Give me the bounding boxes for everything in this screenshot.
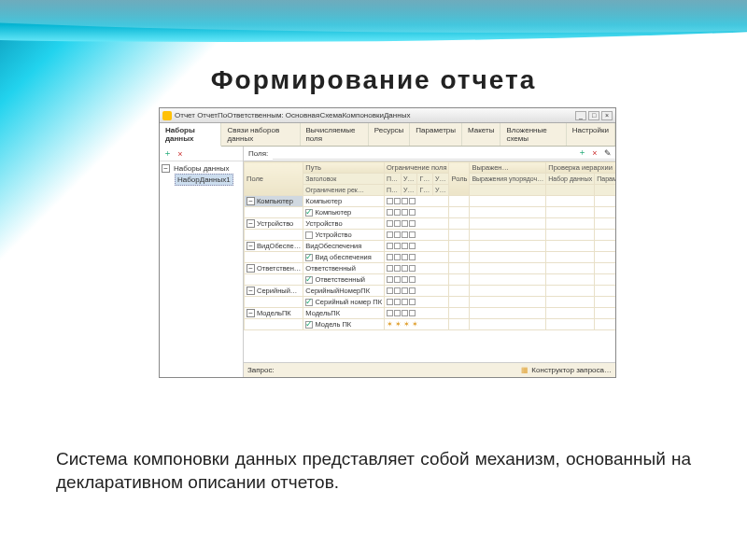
column-header[interactable]: У… xyxy=(433,174,449,185)
column-header[interactable]: Г… xyxy=(417,174,433,185)
expand-icon[interactable]: − xyxy=(247,287,255,295)
column-header[interactable]: Ограничение поля xyxy=(385,162,449,174)
field-subrow[interactable]: Вид обеспечения xyxy=(245,252,616,263)
field-checkbox[interactable] xyxy=(305,321,313,329)
column-header[interactable] xyxy=(546,185,595,196)
main-area: ＋ × − Наборы данных НаборДанных1 Поля: ＋… xyxy=(160,147,615,377)
field-checkbox[interactable] xyxy=(305,209,313,217)
field-subrow[interactable]: Серийный номер ПК xyxy=(245,297,616,308)
column-header[interactable]: Ограничение рек… xyxy=(303,185,385,196)
window-title: Отчет ОтчетПоОтветственным: ОсновнаяСхем… xyxy=(175,111,410,119)
field-checkbox[interactable] xyxy=(305,254,313,261)
tab-3[interactable]: Ресурсы xyxy=(369,123,411,146)
column-header[interactable]: Поле xyxy=(245,162,303,196)
add-dataset-button[interactable]: ＋ xyxy=(162,148,173,160)
query-constructor-button[interactable]: ▦ Конструктор запроса… xyxy=(521,366,612,374)
constructor-icon: ▦ xyxy=(521,366,529,374)
field-checkbox[interactable] xyxy=(305,299,313,306)
tree-child-dataset1[interactable]: НаборДанных1 xyxy=(175,174,233,186)
column-header[interactable]: Г… xyxy=(417,185,433,196)
field-row[interactable]: −ВидОбеспе…ВидОбеспечения xyxy=(245,241,616,252)
field-row[interactable]: −УстройствоУстройство xyxy=(245,218,616,230)
app-icon xyxy=(162,111,172,120)
query-label: Запрос: xyxy=(247,366,275,374)
field-row[interactable]: −МодельПКМодельПК xyxy=(245,308,616,319)
field-subrow[interactable]: Устройство xyxy=(245,230,616,241)
column-header[interactable] xyxy=(470,185,546,196)
remove-field-button[interactable]: × xyxy=(589,147,600,159)
field-row[interactable]: −КомпьютерКомпьютер xyxy=(245,196,616,207)
column-header[interactable]: Параметр xyxy=(595,174,615,185)
column-header[interactable]: Выражения упорядоч… xyxy=(470,174,546,185)
tab-1[interactable]: Связи наборов данных xyxy=(221,123,300,146)
column-header[interactable] xyxy=(595,185,615,196)
expand-icon[interactable]: − xyxy=(247,219,255,228)
field-row[interactable]: −Серийный…СерийныйНомерПК xyxy=(245,286,616,297)
close-button[interactable]: × xyxy=(601,111,613,120)
tab-0[interactable]: Наборы данных xyxy=(160,123,221,147)
tree-root[interactable]: − Наборы данных xyxy=(162,163,241,174)
sidebar: ＋ × − Наборы данных НаборДанных1 xyxy=(160,147,244,377)
tree-child-label: НаборДанных1 xyxy=(177,175,231,184)
collapse-icon[interactable]: − xyxy=(162,164,170,173)
column-header[interactable]: У… xyxy=(433,185,449,196)
field-row[interactable]: −Ответствен…Ответственный xyxy=(245,263,616,274)
remove-dataset-button[interactable]: × xyxy=(175,148,186,160)
tab-7[interactable]: Настройки xyxy=(567,123,615,146)
column-header[interactable]: У… xyxy=(402,185,417,196)
main-tabs: Наборы данныхСвязи наборов данныхВычисля… xyxy=(160,123,615,147)
field-checkbox[interactable] xyxy=(305,231,313,239)
slide-heading: Формирование отчета xyxy=(0,65,747,95)
column-header[interactable]: Проверка иерархии xyxy=(546,162,615,174)
fields-table: ПолеПутьОграничение поляРольВыражен…Пров… xyxy=(244,161,615,330)
column-header[interactable]: П… xyxy=(385,174,402,185)
query-footer: Запрос: ▦ Конструктор запроса… xyxy=(244,362,615,377)
field-subrow[interactable]: Компьютер xyxy=(245,207,616,218)
titlebar: Отчет ОтчетПоОтветственным: ОсновнаяСхем… xyxy=(160,108,615,123)
column-header[interactable]: У… xyxy=(402,174,417,185)
maximize-button[interactable]: □ xyxy=(588,111,599,120)
expand-icon[interactable]: − xyxy=(247,264,255,273)
column-header[interactable]: Путь xyxy=(303,162,385,174)
content-header: Поля: ＋ × ✎ xyxy=(244,147,615,161)
expand-icon[interactable]: − xyxy=(247,197,255,205)
window-buttons: _ □ × xyxy=(575,111,613,120)
dataset-tree: − Наборы данных НаборДанных1 xyxy=(160,161,243,188)
tab-5[interactable]: Макеты xyxy=(462,123,500,146)
column-header[interactable]: Заголовок xyxy=(303,174,385,185)
sidebar-toolbar: ＋ × xyxy=(160,147,243,161)
field-subrow[interactable]: Ответственный xyxy=(245,274,616,286)
constructor-label: Конструктор запроса… xyxy=(531,366,612,374)
add-field-button[interactable]: ＋ xyxy=(576,147,587,159)
fields-section-label: Поля: xyxy=(244,147,273,161)
column-header[interactable]: Набор данных xyxy=(546,174,595,185)
content-toolbar: ＋ × ✎ xyxy=(273,147,615,160)
content-panel: Поля: ＋ × ✎ ПолеПутьОграничение поляРоль… xyxy=(244,147,615,377)
column-header[interactable]: Роль xyxy=(449,162,470,196)
expand-icon[interactable]: − xyxy=(247,242,255,250)
slide-caption: Система компоновки данных представляет с… xyxy=(56,447,691,495)
tab-6[interactable]: Вложенные схемы xyxy=(500,123,566,146)
tab-2[interactable]: Вычисляемые поля xyxy=(301,123,369,146)
column-header[interactable]: Выражен… xyxy=(470,162,546,174)
tree-root-label: Наборы данных xyxy=(174,164,229,173)
fields-grid[interactable]: ПолеПутьОграничение поляРольВыражен…Пров… xyxy=(244,161,615,362)
field-checkbox[interactable] xyxy=(305,276,313,284)
expand-icon[interactable]: − xyxy=(247,309,255,317)
field-subrow[interactable]: Модель ПК✶ ✶ ✶ ✶ xyxy=(245,319,616,330)
minimize-button[interactable]: _ xyxy=(575,111,586,120)
column-header[interactable]: П… xyxy=(385,185,402,196)
app-window: Отчет ОтчетПоОтветственным: ОсновнаяСхем… xyxy=(159,107,616,378)
tab-4[interactable]: Параметры xyxy=(410,123,462,146)
edit-field-button[interactable]: ✎ xyxy=(602,147,613,159)
